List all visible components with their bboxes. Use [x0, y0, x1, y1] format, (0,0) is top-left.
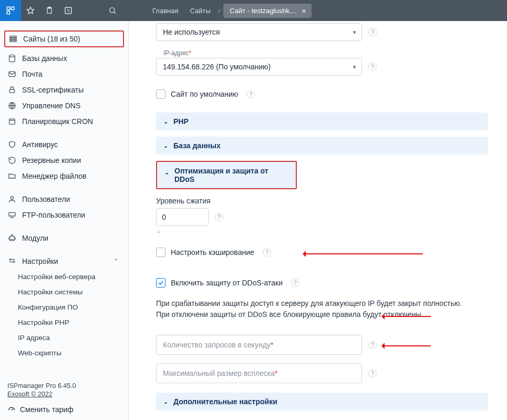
active-tab-title: Сайт - testzaglushk… [230, 7, 296, 15]
topbar: 5 Главная Сайты › Сайт - testzaglushk… × [0, 0, 507, 21]
sidebar-sub-webscripts[interactable]: Web-скрипты [0, 345, 128, 361]
svg-rect-0 [7, 7, 9, 9]
star-icon[interactable] [21, 0, 40, 21]
sidebar-item-ssl[interactable]: SSL-сертификаты [0, 82, 128, 98]
sidebar-item-mail[interactable]: Почта [0, 66, 128, 82]
section-php[interactable]: ⌄ PHP [156, 112, 488, 130]
sidebar-item-users[interactable]: Пользователи [0, 191, 128, 207]
section-title: PHP [173, 117, 189, 126]
close-icon[interactable]: × [302, 6, 306, 15]
change-tariff-label: Сменить тариф [20, 405, 74, 414]
product-version: ISPmanager Pro 6.45.0 [7, 382, 121, 390]
cache-checkbox[interactable] [156, 248, 165, 257]
sidebar-item-label: Почта [22, 70, 43, 78]
chevron-down-icon: ⌄ [163, 398, 168, 405]
sidebar-sub-system[interactable]: Настройки системы [0, 284, 128, 300]
label-text: IP-адрес [163, 49, 189, 57]
help-icon[interactable]: ? [291, 279, 299, 287]
chevron-down-icon: ▾ [353, 29, 356, 36]
clipboard-icon[interactable] [40, 0, 59, 21]
sidebar-item-label: Сайты (18 из 50) [23, 35, 80, 43]
home-mini-icon: ⌂ [157, 228, 507, 234]
sidebar-sub-software[interactable]: Конфигурация ПО [0, 300, 128, 315]
sidebar-item-modules[interactable]: Модули [0, 230, 128, 246]
change-tariff-link[interactable]: Сменить тариф [7, 405, 121, 414]
help-icon[interactable]: ? [368, 369, 377, 377]
sidebar-item-label: Резервные копии [22, 156, 81, 165]
ip-select[interactable]: 149.154.68.226 (По умолчанию) ▾ [156, 58, 362, 76]
svg-marker-5 [27, 7, 34, 14]
section-database[interactable]: ⌄ База данных [156, 137, 488, 155]
sidebar-item-files[interactable]: Менеджер файлов [0, 168, 128, 184]
sidebar-sub-web[interactable]: Настройки веб-сервера [0, 269, 128, 284]
active-tab[interactable]: Сайт - testzaglushk… × [223, 4, 312, 18]
chevron-up-icon: ⌃ [113, 258, 122, 265]
sidebar-item-label: Базы данных [22, 54, 67, 63]
sidebar-sub-php[interactable]: Настройки PHP [0, 315, 128, 330]
breadcrumb: Главная Сайты › Сайт - testzaglushk… × [148, 4, 312, 18]
chevron-down-icon: ⌄ [163, 142, 168, 149]
annotation-arrow [384, 316, 431, 317]
sidebar-item-label: Модули [22, 234, 48, 242]
help-icon[interactable]: ? [368, 63, 377, 71]
sidebar-item-settings[interactable]: Настройки ⌃ [0, 253, 128, 269]
sidebar-item-label: Настройки PHP [18, 319, 69, 326]
copyright-link[interactable]: Exosoft © 2022 [7, 391, 121, 398]
ftp-icon [7, 211, 17, 219]
sidebar-item-antivirus[interactable]: Антивирус [0, 137, 128, 152]
sidebar-item-databases[interactable]: Базы данных [0, 50, 128, 66]
sidebar-item-label: SSL-сертификаты [22, 86, 84, 94]
help-icon[interactable]: ? [215, 213, 223, 221]
section-title: Оптимизация и защита от DDoS [174, 167, 288, 183]
help-icon[interactable]: ? [263, 248, 271, 257]
default-site-checkbox[interactable] [156, 89, 165, 99]
sidebar: Сайты (18 из 50) Базы данных Почта SSL-с… [0, 21, 129, 420]
database-icon [7, 54, 17, 63]
mail-icon [7, 70, 17, 78]
chevron-up-icon: ⌃ [164, 172, 169, 179]
puzzle-icon [7, 234, 17, 242]
ddos-enable-checkbox[interactable] [156, 278, 165, 288]
checkbox-label: Сайт по умолчанию [171, 90, 238, 98]
compression-label: Уровень сжатия [156, 197, 507, 205]
lock-icon [7, 86, 17, 94]
select-value: 149.154.68.226 (По умолчанию) [163, 63, 271, 71]
handler-select[interactable]: Не используется ▾ [156, 23, 362, 41]
requests-per-second-input[interactable]: Количество запросов в секунду* [156, 335, 362, 355]
input-value: 0 [162, 213, 166, 221]
help-icon[interactable]: ? [246, 90, 255, 98]
sidebar-item-label: Настройки [22, 257, 58, 265]
sidebar-item-backup[interactable]: Резервные копии [0, 152, 128, 168]
compression-input[interactable]: 0 [156, 208, 209, 226]
sidebar-item-label: Конфигурация ПО [18, 303, 78, 311]
sidebar-item-sites[interactable]: Сайты (18 из 50) [4, 30, 124, 47]
svg-point-15 [9, 55, 15, 57]
breadcrumb-home[interactable]: Главная [148, 5, 182, 17]
select-value: Не используется [163, 28, 220, 36]
ip-label: IP-адрес* [156, 49, 507, 57]
help-icon[interactable]: ? [368, 28, 377, 36]
sidebar-sub-ip[interactable]: IP адреса [0, 330, 128, 345]
globe-icon [7, 101, 17, 110]
svg-rect-22 [9, 212, 15, 216]
breadcrumb-sites[interactable]: Сайты [185, 5, 214, 17]
placeholder-text: Максимальный размер всплеска [163, 369, 275, 377]
svg-rect-19 [9, 119, 15, 124]
help-icon[interactable]: ? [368, 341, 377, 349]
section-more-settings[interactable]: ⌄ Дополнительные настройки [156, 393, 488, 411]
svg-rect-17 [9, 89, 14, 93]
svg-line-11 [114, 12, 116, 14]
checkbox-label: Включить защиту от DDoS-атаки [171, 279, 283, 287]
sidebar-item-cron[interactable]: Планировщик CRON [0, 114, 128, 129]
svg-text:5: 5 [67, 8, 70, 13]
sidebar-item-ftp[interactable]: FTP-пользователи [0, 207, 128, 223]
tabs-count-icon[interactable]: 5 [59, 0, 78, 21]
sidebar-item-dns[interactable]: Управление DNS [0, 98, 128, 114]
sidebar-item-label: Планировщик CRON [22, 117, 93, 126]
sidebar-item-label: Антивирус [22, 140, 58, 149]
sites-icon [8, 35, 18, 43]
burst-size-input[interactable]: Максимальный размер всплеска* [156, 363, 362, 383]
search-icon[interactable] [103, 0, 122, 21]
app-logo[interactable] [0, 0, 21, 21]
section-ddos[interactable]: ⌃ Оптимизация и защита от DDoS [156, 161, 297, 189]
